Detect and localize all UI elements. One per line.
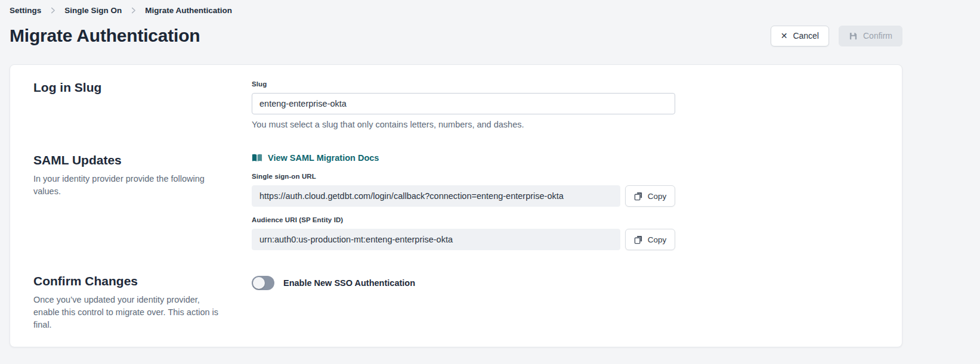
sso-url-value: https://auth.cloud.getdbt.com/login/call…: [252, 185, 620, 207]
confirm-button[interactable]: Confirm: [839, 26, 902, 46]
cancel-button-label: Cancel: [793, 31, 819, 41]
save-icon: [849, 32, 858, 41]
cancel-button[interactable]: ✕ Cancel: [771, 26, 829, 46]
login-slug-left: Log in Slug: [33, 80, 252, 95]
audience-uri-row: urn:auth0:us-production-mt:enteng-enterp…: [252, 229, 675, 250]
confirm-changes-description: Once you’ve updated your identity provid…: [33, 294, 225, 331]
copy-button-label: Copy: [648, 192, 667, 201]
copy-icon: [634, 192, 643, 201]
confirm-changes-content: Enable New SSO Authentication: [252, 274, 675, 290]
breadcrumb: Settings Single Sign On Migrate Authenti…: [0, 0, 980, 15]
saml-updates-description: In your identity provider provide the fo…: [33, 173, 225, 198]
audience-uri-value: urn:auth0:us-production-mt:enteng-enterp…: [252, 229, 620, 250]
migrate-authentication-card: Log in Slug Slug You must select a slug …: [10, 64, 902, 347]
chevron-right-icon: [50, 7, 56, 14]
sso-toggle-label: Enable New SSO Authentication: [283, 278, 415, 288]
slug-input[interactable]: [252, 93, 675, 114]
confirm-button-label: Confirm: [863, 31, 892, 41]
saml-updates-left: SAML Updates In your identity provider p…: [33, 153, 252, 198]
sso-url-label: Single sign-on URL: [252, 173, 675, 180]
breadcrumb-single-sign-on[interactable]: Single Sign On: [64, 6, 122, 15]
section-heading-login-slug: Log in Slug: [33, 80, 252, 95]
audience-uri-label: Audience URI (SP Entity ID): [252, 216, 675, 223]
section-confirm-changes: Confirm Changes Once you’ve updated your…: [33, 274, 902, 331]
close-icon: ✕: [781, 32, 788, 40]
login-slug-content: Slug You must select a slug that only co…: [252, 80, 675, 129]
copy-audience-uri-button[interactable]: Copy: [625, 229, 675, 250]
breadcrumb-migrate-authentication: Migrate Authentication: [145, 6, 232, 15]
chevron-right-icon: [130, 7, 137, 14]
confirm-changes-left: Confirm Changes Once you’ve updated your…: [33, 274, 252, 331]
slug-label: Slug: [252, 80, 675, 88]
page-title: Migrate Authentication: [10, 26, 200, 46]
copy-button-label: Copy: [648, 235, 667, 244]
slug-helper-text: You must select a slug that only contain…: [252, 120, 675, 129]
view-saml-migration-docs-link[interactable]: View SAML Migration Docs: [252, 153, 379, 163]
enable-sso-toggle[interactable]: [252, 276, 274, 290]
sso-toggle-row: Enable New SSO Authentication: [252, 276, 675, 290]
breadcrumb-settings[interactable]: Settings: [10, 6, 41, 15]
book-icon: [252, 154, 262, 162]
toggle-knob: [253, 277, 265, 289]
section-heading-confirm-changes: Confirm Changes: [33, 274, 252, 288]
page-header: Migrate Authentication ✕ Cancel Confirm: [10, 21, 902, 50]
saml-updates-content: View SAML Migration Docs Single sign-on …: [252, 153, 675, 250]
docs-link-label: View SAML Migration Docs: [268, 153, 379, 163]
section-saml-updates: SAML Updates In your identity provider p…: [33, 153, 902, 250]
copy-sso-url-button[interactable]: Copy: [625, 185, 675, 207]
copy-icon: [634, 235, 643, 244]
sso-url-row: https://auth.cloud.getdbt.com/login/call…: [252, 185, 675, 207]
header-actions: ✕ Cancel Confirm: [771, 26, 902, 46]
section-heading-saml-updates: SAML Updates: [33, 153, 252, 167]
section-login-slug: Log in Slug Slug You must select a slug …: [33, 80, 902, 129]
